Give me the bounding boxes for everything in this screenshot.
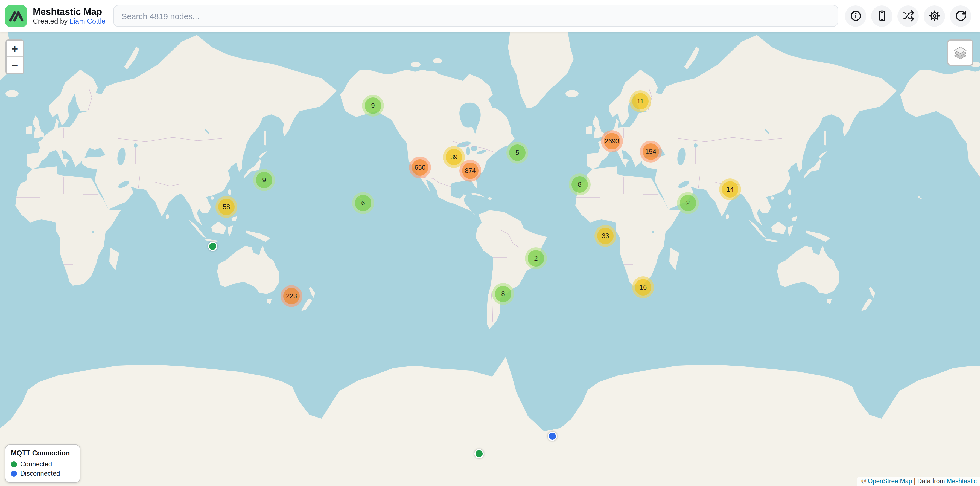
map-canvas[interactable]: 911269315439650874589142586332816223 + −…: [0, 32, 980, 486]
page-title: Meshtastic Map: [33, 6, 105, 17]
cluster-count: 11: [632, 93, 649, 110]
cluster-marker[interactable]: 2: [677, 192, 699, 214]
cluster-marker[interactable]: 16: [632, 276, 654, 298]
cluster-count: 2693: [604, 133, 620, 150]
cluster-count: 874: [462, 163, 479, 179]
cluster-marker[interactable]: 6: [352, 192, 374, 214]
cluster-count: 2: [680, 195, 696, 211]
cluster-count: 154: [643, 143, 659, 160]
legend-title: MQTT Connection: [11, 449, 75, 457]
cluster-count: 9: [365, 97, 381, 114]
node-marker-disconnected[interactable]: [548, 432, 557, 441]
info-icon: [850, 10, 862, 22]
mqtt-legend: MQTT Connection ConnectedDisconnected: [5, 445, 80, 483]
zoom-control: + −: [5, 40, 24, 75]
shuffle-icon: [902, 10, 914, 22]
legend-label: Connected: [20, 460, 52, 468]
cluster-marker[interactable]: 11: [630, 90, 651, 112]
cluster-marker[interactable]: 14: [719, 178, 741, 200]
cluster-marker[interactable]: 33: [595, 225, 616, 247]
layers-icon: [952, 44, 969, 61]
cluster-marker[interactable]: 154: [640, 141, 662, 163]
cluster-count: 8: [495, 286, 511, 302]
app-titles: Meshtastic Map Created by Liam Cottle: [33, 6, 105, 25]
app-root: 911269315439650874589142586332816223 + −…: [0, 0, 980, 486]
search-input[interactable]: [113, 5, 838, 27]
top-bar: Meshtastic Map Created by Liam Cottle: [0, 0, 980, 32]
info-button[interactable]: [845, 5, 866, 27]
cluster-count: 14: [722, 181, 738, 198]
subtitle-prefix: Created by: [33, 17, 68, 25]
cluster-marker[interactable]: 8: [569, 174, 590, 195]
cluster-count: 650: [412, 159, 428, 176]
copyright-symbol: ©: [861, 478, 866, 484]
cluster-marker[interactable]: 5: [506, 142, 528, 164]
node-marker-connected[interactable]: [474, 449, 484, 458]
legend-item: Disconnected: [11, 470, 75, 477]
cluster-marker[interactable]: 9: [253, 169, 275, 191]
legend-item: Connected: [11, 460, 75, 468]
legend-status-dot: [11, 461, 17, 467]
cluster-count: 16: [635, 279, 651, 296]
cluster-marker[interactable]: 2693: [601, 130, 623, 152]
shuffle-button[interactable]: [897, 5, 919, 27]
gear-icon: [928, 10, 940, 22]
cluster-count: 8: [571, 176, 588, 193]
markers-layer: 911269315439650874589142586332816223: [0, 32, 980, 486]
cluster-count: 58: [218, 199, 235, 215]
refresh-icon: [955, 10, 967, 22]
legend-label: Disconnected: [20, 470, 60, 477]
legend-status-dot: [11, 470, 17, 476]
cluster-count: 2: [528, 250, 544, 266]
meshtastic-logo-icon: [5, 5, 27, 27]
attribution-separator: | Data from: [914, 478, 945, 484]
cluster-marker[interactable]: 874: [460, 160, 481, 182]
mobile-app-button[interactable]: [871, 5, 892, 27]
cluster-count: 223: [283, 288, 300, 304]
layers-control[interactable]: [947, 40, 974, 66]
cluster-count: 9: [256, 172, 272, 188]
refresh-button[interactable]: [950, 5, 971, 27]
cluster-marker[interactable]: 2: [525, 247, 547, 269]
cluster-count: 39: [446, 149, 462, 165]
author-link[interactable]: Liam Cottle: [70, 17, 105, 25]
legend-items: ConnectedDisconnected: [11, 460, 75, 477]
node-marker-connected[interactable]: [208, 242, 217, 251]
cluster-marker[interactable]: 58: [215, 196, 237, 218]
zoom-in-button[interactable]: +: [6, 40, 23, 57]
cluster-marker[interactable]: 223: [280, 285, 302, 307]
meshtastic-link[interactable]: Meshtastic: [947, 478, 977, 484]
cluster-count: 5: [509, 145, 525, 161]
page-subtitle: Created by Liam Cottle: [33, 17, 105, 25]
cluster-marker[interactable]: 650: [409, 156, 431, 178]
cluster-marker[interactable]: 8: [492, 283, 514, 305]
cluster-count: 6: [355, 195, 371, 211]
meshtastic-logo: [5, 5, 27, 27]
mobile-device-icon: [876, 10, 888, 22]
settings-button[interactable]: [924, 5, 945, 27]
map-attribution: © OpenStreetMap | Data from Meshtastic: [857, 477, 980, 486]
toolbar: [845, 5, 971, 27]
cluster-marker[interactable]: 9: [362, 95, 384, 116]
zoom-out-button[interactable]: −: [6, 57, 23, 73]
openstreetmap-link[interactable]: OpenStreetMap: [868, 478, 912, 484]
cluster-count: 33: [597, 228, 614, 244]
